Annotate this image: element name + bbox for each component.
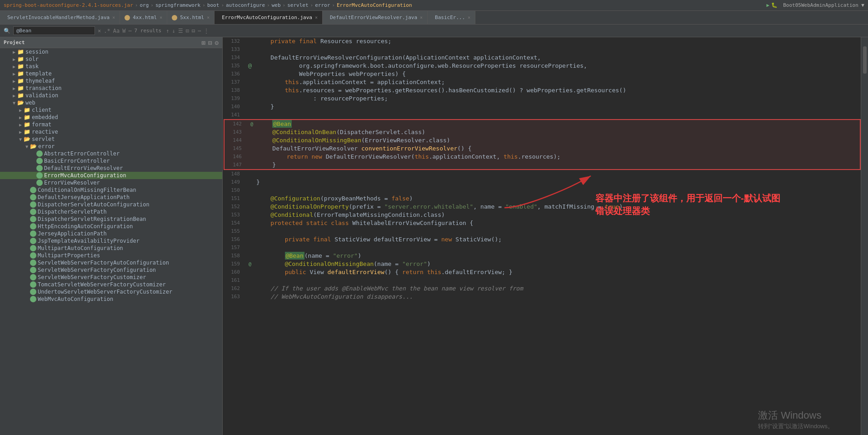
result-filter1[interactable]: ☰: [178, 28, 183, 34]
tree-jersey-path[interactable]: JerseyApplicationPath: [0, 230, 222, 237]
search-options[interactable]: ⋯: [128, 28, 131, 34]
tab-basic-er[interactable]: BasicEr... ×: [428, 11, 475, 25]
result-filter5[interactable]: ⋮: [204, 28, 209, 34]
clear-search[interactable]: ×: [98, 28, 101, 34]
file-icon-basic: [36, 158, 43, 164]
tree-item-label-dj: DefaultJerseyApplicationPath: [38, 194, 130, 200]
tab-default-resolver[interactable]: DefaultErrorViewResolver.java ×: [323, 11, 428, 25]
tree-template[interactable]: ▶ 📁 template: [0, 70, 222, 77]
code-editor[interactable]: 132 private final Resources resources; 1…: [223, 37, 861, 435]
close-icon-error-mvc[interactable]: ×: [315, 15, 318, 20]
sidebar: Project ⊞ ⊟ ⚙ ▶ 📁 session ▶ 📁 solr ▶ 📁 t…: [0, 37, 223, 435]
tree-format[interactable]: ▶ 📁 format: [0, 121, 222, 128]
tree-item-label-error: error: [38, 143, 55, 150]
line-num-155: 155: [223, 227, 245, 235]
tree-multipart-auto[interactable]: MultipartAutoConfiguration: [0, 245, 222, 252]
case-toggle[interactable]: Aa: [113, 28, 120, 34]
tree-basic-error[interactable]: BasicErrorController: [0, 157, 222, 165]
code-line-143: 143 @ConditionalOnBean(DispatcherServlet…: [224, 128, 861, 136]
tab-5xx[interactable]: 5xx.html ×: [167, 11, 215, 25]
prev-result[interactable]: ↑: [166, 28, 169, 34]
line-num-160: 160: [223, 268, 245, 276]
word-toggle[interactable]: W: [122, 28, 125, 34]
sidebar-header: Project ⊞ ⊟ ⚙: [0, 37, 222, 48]
tree-tomcat-cust[interactable]: TomcatServletWebServerFactoryCustomizer: [0, 281, 222, 288]
tab-4xx[interactable]: 4xx.html ×: [120, 11, 167, 25]
tree-servlet-factory-cust[interactable]: ServletWebServerFactoryCustomizer: [0, 274, 222, 281]
tree-webmvc-auto[interactable]: WebMvcAutoConfiguration: [0, 295, 222, 303]
tree-error[interactable]: ▼ 📂 error: [0, 143, 222, 150]
tree-error-view-resolver[interactable]: ErrorViewResolver: [0, 179, 222, 186]
code-line-156: 156 private final StaticView defaultErro…: [223, 235, 861, 244]
tree-session[interactable]: ▶ 📁 session: [0, 48, 222, 55]
tree-transaction[interactable]: ▶ 📁 transaction: [0, 85, 222, 92]
code-line-149: 149 }: [223, 178, 861, 186]
tree-dispatcher-path[interactable]: DispatcherServletPath: [0, 208, 222, 215]
tree-task[interactable]: ▶ 📁 task: [0, 63, 222, 70]
sidebar-collapse-icon[interactable]: ⊟: [208, 39, 212, 46]
result-filter4[interactable]: ⋯: [198, 28, 201, 34]
tree-reactive[interactable]: ▶ 📁 reactive: [0, 128, 222, 135]
tree-conditional-filter[interactable]: ConditionalOnMissingFilterBean: [0, 186, 222, 194]
file-icon-sfcu: [30, 274, 36, 280]
search-input[interactable]: [13, 26, 95, 35]
sep2: ›: [150, 2, 154, 8]
tree-web[interactable]: ▼ 📂 web: [0, 99, 222, 106]
tree-default-resolver[interactable]: DefaultErrorViewResolver: [0, 165, 222, 172]
tab-error-mvc[interactable]: ErrorMvcAutoConfiguration.java ×: [215, 11, 323, 25]
breadcrumb-jar[interactable]: spring-boot-autoconfigure-2.4.1-sources.…: [4, 2, 133, 8]
tree-client[interactable]: ▶ 📁 client: [0, 106, 222, 114]
line-content-161: [254, 276, 861, 285]
tab-icon-4xx: [125, 15, 130, 20]
close-icon-5xx[interactable]: ×: [207, 15, 210, 20]
bc-web[interactable]: web: [272, 2, 281, 8]
tree-abstract-error[interactable]: AbstractErrorController: [0, 150, 222, 157]
config-dropdown[interactable]: Boot05WebAdminApplication ▼: [783, 2, 864, 8]
line-content-143: @ConditionalOnBean(DispatcherServlet.cla…: [256, 128, 860, 136]
line-num-161: 161: [223, 276, 245, 285]
tree-servlet[interactable]: ▼ 📂 servlet: [0, 135, 222, 143]
bc-springframework[interactable]: springframework: [155, 2, 200, 8]
bc-servlet[interactable]: servlet: [287, 2, 308, 8]
tree-thymeleaf[interactable]: ▶ 📁 thymeleaf: [0, 77, 222, 85]
close-icon-basic[interactable]: ×: [468, 15, 470, 20]
tree-validation[interactable]: ▶ 📁 validation: [0, 92, 222, 99]
tree-multipart-props[interactable]: MultipartProperties: [0, 252, 222, 259]
bc-boot[interactable]: boot: [207, 2, 219, 8]
tree-servlet-factory-config[interactable]: ServletWebServerFactoryConfiguration: [0, 266, 222, 274]
tree-error-mvc[interactable]: ErrorMvcAutoConfiguration: [0, 172, 222, 179]
file-icon-mp: [30, 252, 36, 259]
sidebar-expand-icon[interactable]: ⊞: [202, 39, 205, 46]
tree-item-label: session: [25, 49, 49, 55]
code-line-140: 140 }: [223, 103, 861, 111]
tab-servlet-invocable[interactable]: ServletInvocableHandlerMethod.java ×: [0, 11, 120, 25]
bc-error[interactable]: error: [315, 2, 330, 8]
regex-toggle[interactable]: .*: [104, 28, 110, 34]
next-result[interactable]: ↓: [172, 28, 175, 34]
tree-embedded[interactable]: ▶ 📁 embedded: [0, 114, 222, 121]
tree-jsp-template[interactable]: JspTemplateAvailabilityProvider: [0, 237, 222, 245]
tree-dispatcher-auto[interactable]: DispatcherServletAutoConfiguration: [0, 201, 222, 208]
tree-http-encoding[interactable]: HttpEncodingAutoConfiguration: [0, 223, 222, 230]
run-button[interactable]: ▶: [767, 2, 770, 8]
tree-dispatcher-reg[interactable]: DispatcherServletRegistrationBean: [0, 215, 222, 223]
tree-default-jersey[interactable]: DefaultJerseyApplicationPath: [0, 194, 222, 201]
close-icon-4xx[interactable]: ×: [160, 15, 162, 20]
result-filter2[interactable]: ⊡: [186, 28, 189, 34]
bc-org[interactable]: org: [140, 2, 149, 8]
close-icon[interactable]: ×: [112, 15, 115, 20]
bc-autoconfigure[interactable]: autoconfigure: [226, 2, 265, 8]
tree-solr[interactable]: ▶ 📁 solr: [0, 55, 222, 63]
debug-button[interactable]: 🐛: [771, 2, 778, 8]
line-content-134: DefaultErrorViewResolverConfiguration(Ap…: [254, 54, 861, 62]
bc-class[interactable]: ErrorMvcAutoConfiguration: [337, 2, 412, 8]
tree-item-label-thymeleaf: thymeleaf: [25, 78, 55, 84]
tree-item-label-cf: ConditionalOnMissingFilterBean: [38, 187, 136, 193]
sidebar-settings-icon[interactable]: ⚙: [215, 39, 219, 46]
close-icon-resolver[interactable]: ×: [420, 15, 423, 20]
arrow-error: ▼: [24, 144, 30, 149]
tree-servlet-factory-auto[interactable]: ServletWebServerFactoryAutoConfiguration: [0, 259, 222, 266]
result-filter3[interactable]: ⊟: [192, 28, 195, 34]
tree-undertow-cust[interactable]: UndertowServletWebServerFactoryCustomize…: [0, 288, 222, 295]
line-content-141: [254, 111, 861, 119]
